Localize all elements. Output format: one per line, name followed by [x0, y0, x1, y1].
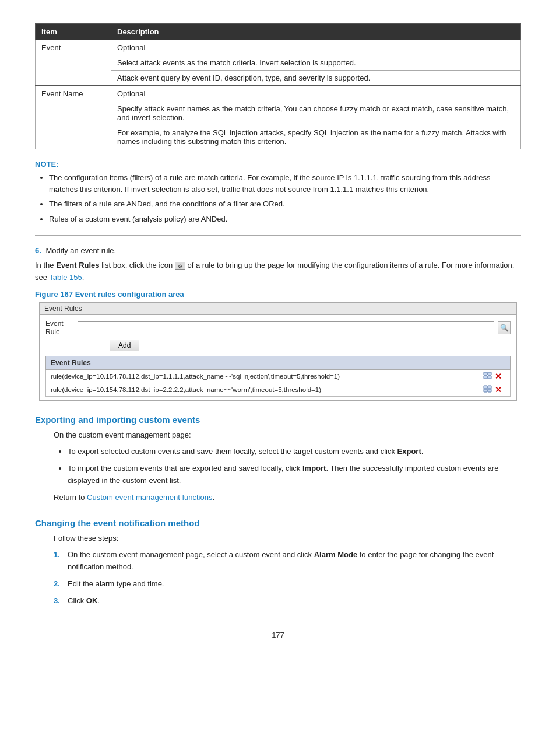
- edit-rule-icon-1[interactable]: [483, 372, 494, 381]
- export-content: On the custom event management page: To …: [54, 429, 521, 504]
- svg-rect-5: [484, 389, 487, 392]
- change-step-1: 1. On the custom event management page, …: [54, 549, 521, 573]
- page-number: 177: [35, 631, 521, 639]
- return-period: .: [212, 493, 214, 502]
- eventname-optional: Optional: [111, 86, 521, 102]
- note-item-3: Rules of a custom event (analysis policy…: [49, 214, 521, 225]
- rule-action-btns-1: ✕: [483, 372, 505, 381]
- note-item-1: The configuration items (filters) of a r…: [49, 172, 521, 195]
- step-6-number: 6.: [35, 246, 41, 255]
- add-btn-row: Add: [78, 340, 511, 351]
- alarm-mode-bold: Alarm Mode: [314, 550, 357, 559]
- change-step-3-after: .: [97, 596, 100, 605]
- rule-row-2: rule(device_ip=10.154.78.112,dst_ip=2.2.…: [46, 383, 511, 396]
- change-content: Follow these steps: 1. On the custom eve…: [54, 533, 521, 607]
- export-bullet-2: To import the custom events that are exp…: [68, 463, 521, 487]
- change-step-2-text: Edit the alarm type and time.: [68, 578, 164, 590]
- widget-body: Event Rule 🔍 Add Event Rules rule(device…: [40, 315, 516, 400]
- svg-rect-0: [484, 372, 487, 375]
- note-section: NOTE: The configuration items (filters) …: [35, 160, 521, 225]
- export-section: Exporting and importing custom events On…: [35, 415, 521, 504]
- step-6-text: Modify an event rule.: [45, 246, 116, 255]
- table-row-eventname: Event Name Optional: [36, 86, 521, 102]
- event-label: Event: [36, 40, 111, 86]
- col-desc-header: Description: [111, 24, 521, 40]
- change-step-3: 3. Click OK.: [54, 595, 521, 607]
- change-step-3-text: Click OK.: [68, 595, 100, 607]
- event-rules-table: Event Rules rule(device_ip=10.154.78.112…: [45, 356, 511, 397]
- event-rules-actions-header: [478, 356, 511, 369]
- change-step-2: 2. Edit the alarm type and time.: [54, 578, 521, 590]
- change-step-3-before: Click: [68, 596, 86, 605]
- table155-link[interactable]: Table 155: [49, 273, 82, 282]
- event-desc-1: Select attack events as the match criter…: [111, 55, 521, 71]
- item-description-table: Item Description Event Optional Select a…: [35, 23, 521, 149]
- event-desc-2: Attack event query by event ID, descript…: [111, 71, 521, 86]
- rule-actions-2: ✕: [478, 383, 511, 396]
- rule-row-1: rule(device_ip=10.154.78.112,dst_ip=1.1.…: [46, 369, 511, 383]
- table-row-event: Event Optional: [36, 40, 521, 55]
- change-step-1-before: On the custom event management page, sel…: [68, 550, 314, 559]
- export-bullets: To export selected custom events and sav…: [54, 446, 521, 487]
- event-rule-input-row: Event Rule 🔍: [45, 320, 511, 336]
- note-label: NOTE:: [35, 160, 521, 169]
- event-rule-input[interactable]: [78, 321, 494, 334]
- export-bullet-1-after: .: [421, 447, 424, 456]
- export-bullet-1-text: To export selected custom events and sav…: [68, 447, 397, 456]
- event-rules-widget: Event Rules Event Rule 🔍 Add Event Rules…: [39, 302, 517, 401]
- return-text: Return to: [54, 493, 87, 502]
- note-list: The configuration items (filters) of a r…: [35, 172, 521, 225]
- browse-icon: 🔍: [500, 324, 509, 332]
- change-step-1-text: On the custom event management page, sel…: [68, 549, 521, 573]
- svg-rect-3: [488, 376, 491, 379]
- change-step-2-num: 2.: [54, 578, 68, 590]
- custom-event-mgmt-link[interactable]: Custom event management functions: [87, 493, 212, 502]
- delete-rule-icon-2[interactable]: ✕: [495, 385, 505, 394]
- change-step-3-num: 3.: [54, 595, 68, 607]
- event-rules-bold: Event Rules: [56, 261, 99, 270]
- divider-1: [35, 235, 521, 236]
- change-section: Changing the event notification method F…: [35, 518, 521, 607]
- figure-label: Figure 167 Event rules configuration are…: [35, 290, 521, 299]
- export-section-heading: Exporting and importing custom events: [35, 415, 521, 425]
- eventname-label: Event Name: [36, 86, 111, 149]
- step-6-block: 6. Modify an event rule.: [35, 246, 521, 255]
- event-rules-table-header: Event Rules: [46, 356, 478, 369]
- change-steps: 1. On the custom event management page, …: [54, 549, 521, 607]
- change-section-heading: Changing the event notification method: [35, 518, 521, 528]
- step6-paragraph: In the Event Rules list box, click the i…: [35, 260, 521, 284]
- rule-text-1: rule(device_ip=10.154.78.112,dst_ip=1.1.…: [46, 369, 478, 383]
- eventname-desc-1: Specify attack event names as the match …: [111, 102, 521, 125]
- add-button[interactable]: Add: [110, 340, 139, 351]
- event-rule-icon-btn[interactable]: 🔍: [498, 321, 511, 334]
- event-optional: Optional: [111, 40, 521, 55]
- rule-text-2: rule(device_ip=10.154.78.112,dst_ip=2.2.…: [46, 383, 478, 396]
- import-bold: Import: [302, 464, 326, 473]
- export-bullet-1: To export selected custom events and sav…: [68, 446, 521, 458]
- svg-rect-4: [484, 386, 487, 388]
- edit-rule-icon-2[interactable]: [483, 385, 494, 394]
- edit-icon-inline: ⚙: [175, 262, 185, 270]
- event-rule-label: Event Rule: [45, 320, 78, 336]
- change-intro: Follow these steps:: [54, 533, 521, 545]
- change-step-1-num: 1.: [54, 549, 68, 573]
- return-to-para: Return to Custom event management functi…: [54, 492, 521, 504]
- note-item-2: The filters of a rule are ANDed, and the…: [49, 198, 521, 210]
- svg-rect-6: [488, 386, 491, 388]
- ok-bold: OK: [86, 596, 98, 605]
- rule-actions-1: ✕: [478, 369, 511, 383]
- export-intro: On the custom event management page:: [54, 429, 521, 442]
- export-bullet-2-text: To import the custom events that are exp…: [68, 464, 302, 473]
- col-item-header: Item: [36, 24, 111, 40]
- export-bold: Export: [397, 447, 421, 456]
- delete-rule-icon-1[interactable]: ✕: [495, 372, 505, 381]
- svg-rect-7: [488, 389, 491, 392]
- svg-rect-1: [484, 376, 487, 379]
- widget-title: Event Rules: [40, 303, 516, 315]
- svg-rect-2: [488, 372, 491, 375]
- eventname-desc-2: For example, to analyze the SQL injectio…: [111, 125, 521, 149]
- rule-action-btns-2: ✕: [483, 385, 505, 394]
